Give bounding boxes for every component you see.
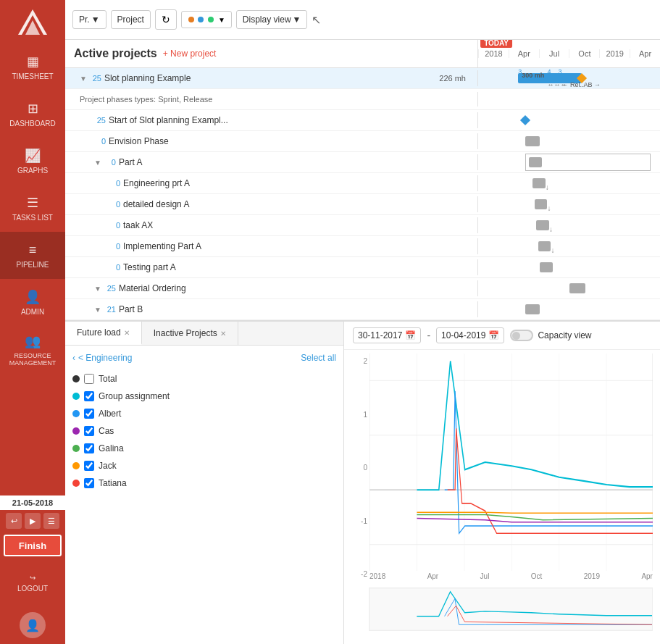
expand-icon[interactable]: ▼ [94,159,101,167]
project-dropdown-label: Pr. [79,14,90,25]
filter-panel: ‹ < Engineering Select all Total [65,346,343,644]
table-row[interactable]: ▼ 0 Part A [65,152,660,173]
row-label: ▼ 25 Material Ordering [65,280,478,296]
list-button[interactable]: ☰ [43,513,59,529]
sidebar-item-label: TIMESHEET [12,72,53,80]
milestone-diamond [520,115,530,125]
gantt-bar [538,241,551,251]
filter-checkbox-jack[interactable] [84,461,94,471]
back-arrow-icon: ‹ [72,353,75,363]
row-chart [478,278,660,298]
project-dropdown-button[interactable]: Pr. ▼ [72,10,106,29]
sidebar-item-graphs[interactable]: 📈 GRAPHS [0,138,65,185]
toggle-knob [512,332,520,340]
rel-label: ← Rel..AB → [561,81,601,88]
admin-icon: 👤 [25,289,41,305]
project-button[interactable]: Project [111,10,151,29]
gantt-bar [525,304,540,314]
date-from-input[interactable]: 30-11-2017 📅 [353,327,421,343]
table-row[interactable]: 0 Testing part A [65,257,660,278]
new-project-button[interactable]: + New project [163,49,217,59]
table-row[interactable]: ▼ 25 Slot planning Example 226 mh 3 4 3 … [65,68,660,89]
table-row[interactable]: 0 Engineering prt A ↓ [65,173,660,194]
tab-close-icon[interactable]: ✕ [124,329,130,337]
sidebar-item-dashboard[interactable]: ⊞ DASHBOARD [0,91,65,138]
link-arrow: ↓ [549,225,553,233]
display-view-arrow: ▼ [293,14,301,25]
calendar-icon-from: 📅 [405,330,416,340]
filter-checkbox-tatiana[interactable] [84,478,94,488]
sidebar-item-timesheet[interactable]: ▦ TIMESHEET [0,43,65,91]
pipeline-icon: ≡ [29,243,37,258]
bar-label-right: 3 [558,68,561,75]
tab-inactive-projects[interactable]: Inactive Projects ✕ [142,322,238,345]
row-number: 25 [94,116,106,125]
filter-item-group[interactable]: Group assignment [72,388,336,405]
dropdown-arrow-icon: ▼ [91,14,100,25]
filter-checkbox-cas[interactable] [84,426,94,436]
timeline-label-2019: 2019 [599,49,630,58]
row-chart: ↓ [478,173,660,193]
sidebar-action-bar: ↩ ▶ ☰ [0,510,65,532]
date-to-input[interactable]: 10-04-2019 📅 [436,327,504,343]
display-view-button[interactable]: Display view ▼ [236,10,308,29]
tab-future-load[interactable]: Future load ✕ [65,322,142,345]
table-row[interactable]: ▼ 21 Part B [65,299,660,320]
chart-controls: 30-11-2017 📅 - 10-04-2019 📅 Capacity vie… [344,322,660,350]
expand-icon[interactable]: ▼ [94,285,101,293]
row-label: ▼ 21 Part B [65,301,478,317]
row-label: 0 Testing part A [65,259,478,275]
expand-icon[interactable]: ▼ [80,75,87,83]
select-all-link[interactable]: Select all [301,353,336,363]
mini-chart-wrapper [351,585,653,631]
row-chart: ↓ [478,215,660,235]
table-row[interactable]: 0 Implementing Part A ↓ [65,236,660,257]
redo-button[interactable]: ▶ [25,513,41,529]
table-row: Project phases types: Sprint, Release [65,89,660,110]
table-row[interactable]: 0 Envision Phase [65,131,660,152]
sidebar-item-pipeline[interactable]: ≡ PIPELINE [0,232,65,279]
filter-dot-cas [72,427,80,435]
sidebar-item-resource[interactable]: 👥 RESOURCEMANAGEMENT [0,326,65,373]
chart-with-x: 2018 Apr Jul Oct 2019 Apr [369,354,653,582]
filter-item-jack[interactable]: Jack [72,457,336,474]
filter-item-tatiana[interactable]: Tatiana [72,474,336,492]
filter-checkbox-albert[interactable] [84,409,94,419]
filter-item-cas[interactable]: Cas [72,422,336,440]
table-row[interactable]: 0 detailed design A ↓ [65,194,660,215]
filter-item-albert[interactable]: Albert [72,405,336,422]
capacity-toggle[interactable]: Capacity view [510,330,591,341]
table-row[interactable]: 0 taak AX ↓ [65,215,660,236]
avatar[interactable]: 👤 [20,612,46,638]
undo-button[interactable]: ↩ [6,513,22,529]
table-row[interactable]: ▼ 25 Material Ordering [65,278,660,299]
sidebar-item-logout[interactable]: ↪ LOGOUT [0,559,65,606]
mini-chart-svg [369,587,653,631]
color-dots-button[interactable]: ▼ [181,11,232,28]
filter-checkbox-total[interactable] [84,374,94,384]
row-title: Part B [119,304,143,314]
dashboard-icon: ⊞ [28,101,38,117]
bar-mh-label: 300 mh [522,72,544,79]
filter-item-total[interactable]: Total [72,370,336,388]
sidebar-item-tasks[interactable]: ☰ TASKS LIST [0,185,65,232]
filter-checkbox-galina[interactable] [84,443,94,453]
row-chart: 3 4 3 300 mh ↔↔↔ ← Rel..AB → [478,68,660,88]
cursor-tool-icon[interactable]: ↖ [312,13,321,27]
row-label: 0 Implementing Part A [65,238,478,254]
filter-item-galina[interactable]: Galina [72,440,336,457]
sidebar-item-admin[interactable]: 👤 ADMIN [0,279,65,326]
sidebar-item-label: TASKS LIST [12,214,53,222]
finish-button[interactable]: Finish [4,535,62,556]
tab-close-icon[interactable]: ✕ [220,330,226,338]
toggle-switch[interactable] [510,330,533,341]
app-logo[interactable] [0,0,65,43]
filter-checkbox-group[interactable] [84,391,94,401]
table-row[interactable]: 25 Start of Slot planning Exampl... [65,110,660,131]
calendar-icon-to: 📅 [488,330,499,340]
timeline-label-2018: 2018 [478,49,509,58]
filter-back-button[interactable]: ‹ < Engineering [72,353,132,363]
expand-icon[interactable]: ▼ [94,306,101,314]
refresh-button[interactable]: ↻ [155,9,177,30]
x-axis: 2018 Apr Jul Oct 2019 Apr [369,571,653,582]
